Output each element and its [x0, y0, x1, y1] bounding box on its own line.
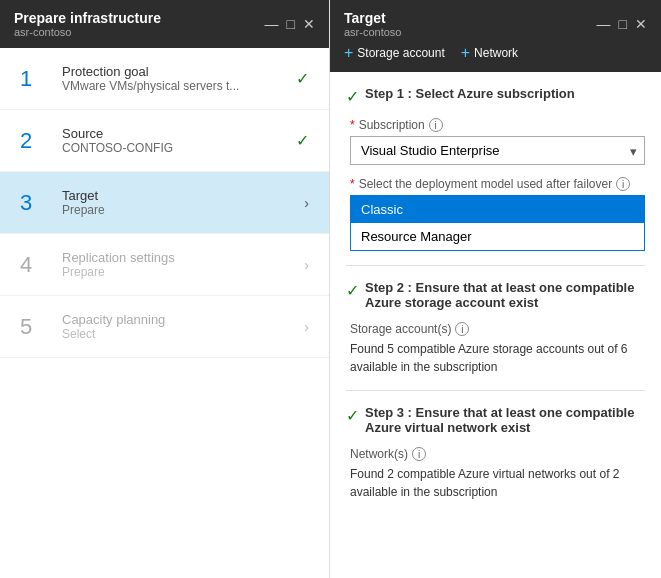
step3-title: Step 3 : Ensure that at least one compat…: [365, 405, 645, 435]
deployment-model-label: * Select the deployment model used after…: [350, 177, 645, 191]
step2-title: Step 2 : Ensure that at least one compat…: [365, 280, 645, 310]
storage-accounts-field: Storage account(s) i Found 5 compatible …: [346, 322, 645, 376]
step-item-3[interactable]: 3 Target Prepare ›: [0, 172, 329, 234]
storage-account-button[interactable]: + Storage account: [344, 44, 445, 62]
step-title-5: Capacity planning: [62, 312, 296, 327]
network-button[interactable]: + Network: [461, 44, 518, 62]
plus-icon-storage: +: [344, 44, 353, 62]
required-star-subscription: *: [350, 118, 355, 132]
step-subtitle-4: Prepare: [62, 265, 296, 279]
network-label-text: Network(s): [350, 447, 408, 461]
right-panel: Target asr-contoso — □ ✕ + Storage accou…: [330, 0, 661, 578]
dropdown-option-resource-manager[interactable]: Resource Manager: [351, 223, 644, 250]
deployment-model-field: * Select the deployment model used after…: [346, 177, 645, 251]
subscription-info-icon: i: [429, 118, 443, 132]
left-maximize-icon[interactable]: □: [287, 16, 295, 32]
storage-accounts-label: Storage account(s) i: [350, 322, 645, 336]
required-star-deployment: *: [350, 177, 355, 191]
step-title-1: Protection goal: [62, 64, 288, 79]
step-item-1[interactable]: 1 Protection goal VMware VMs/physical se…: [0, 48, 329, 110]
step1-title: Step 1 : Select Azure subscription: [365, 86, 575, 101]
network-description: Found 2 compatible Azure virtual network…: [350, 465, 645, 501]
storage-accounts-info-icon: i: [455, 322, 469, 336]
step-info-4: Replication settings Prepare: [62, 250, 296, 279]
step-arrow-5: ›: [304, 319, 309, 335]
right-header-text: Target asr-contoso: [344, 10, 401, 38]
subscription-field: * Subscription i Visual Studio Enterpris…: [346, 118, 645, 165]
right-panel-controls: — □ ✕: [597, 16, 647, 32]
right-content: ✓ Step 1 : Select Azure subscription * S…: [330, 72, 661, 578]
storage-accounts-description: Found 5 compatible Azure storage account…: [350, 340, 645, 376]
left-panel-header: Prepare infrastructure asr-contoso — □ ✕: [0, 0, 329, 48]
divider-1: [346, 265, 645, 266]
left-panel-controls: — □ ✕: [265, 16, 315, 32]
step-subtitle-1: VMware VMs/physical servers t...: [62, 79, 288, 93]
step-arrow-4: ›: [304, 257, 309, 273]
network-info-icon: i: [412, 447, 426, 461]
right-panel-header: Target asr-contoso — □ ✕ + Storage accou…: [330, 0, 661, 72]
step-subtitle-3: Prepare: [62, 203, 296, 217]
network-label-row: Network(s) i: [350, 447, 645, 461]
step-subtitle-2: CONTOSO-CONFIG: [62, 141, 288, 155]
step-number-1: 1: [20, 66, 52, 92]
step2-header: ✓ Step 2 : Ensure that at least one comp…: [346, 280, 645, 310]
steps-list: 1 Protection goal VMware VMs/physical se…: [0, 48, 329, 578]
left-panel-subtitle: asr-contoso: [14, 26, 161, 38]
step-subtitle-5: Select: [62, 327, 296, 341]
left-panel-title: Prepare infrastructure: [14, 10, 161, 26]
step-arrow-3: ›: [304, 195, 309, 211]
right-close-icon[interactable]: ✕: [635, 16, 647, 32]
step-info-1: Protection goal VMware VMs/physical serv…: [62, 64, 288, 93]
step-number-3: 3: [20, 190, 52, 216]
right-header-top: Target asr-contoso — □ ✕: [344, 10, 647, 38]
step-number-4: 4: [20, 252, 52, 278]
right-toolbar: + Storage account + Network: [344, 44, 647, 62]
right-maximize-icon[interactable]: □: [619, 16, 627, 32]
left-minimize-icon[interactable]: —: [265, 16, 279, 32]
step-check-1: ✓: [296, 69, 309, 88]
right-minimize-icon[interactable]: —: [597, 16, 611, 32]
step-number-5: 5: [20, 314, 52, 340]
left-panel-header-text: Prepare infrastructure asr-contoso: [14, 10, 161, 38]
left-panel: Prepare infrastructure asr-contoso — □ ✕…: [0, 0, 330, 578]
network-field: Network(s) i Found 2 compatible Azure vi…: [346, 447, 645, 501]
subscription-select-wrapper: Visual Studio Enterprise: [350, 136, 645, 165]
dropdown-option-classic[interactable]: Classic: [351, 196, 644, 223]
step1-check-icon: ✓: [346, 87, 359, 106]
step1-header: ✓ Step 1 : Select Azure subscription: [346, 86, 645, 106]
step-check-2: ✓: [296, 131, 309, 150]
step-item-5[interactable]: 5 Capacity planning Select ›: [0, 296, 329, 358]
step3-check-icon: ✓: [346, 406, 359, 425]
left-close-icon[interactable]: ✕: [303, 16, 315, 32]
step-title-3: Target: [62, 188, 296, 203]
network-label: Network: [474, 46, 518, 60]
step-info-3: Target Prepare: [62, 188, 296, 217]
step-title-2: Source: [62, 126, 288, 141]
step-item-2[interactable]: 2 Source CONTOSO-CONFIG ✓: [0, 110, 329, 172]
subscription-label-text: Subscription: [359, 118, 425, 132]
step-number-2: 2: [20, 128, 52, 154]
deployment-info-icon: i: [616, 177, 630, 191]
step-info-5: Capacity planning Select: [62, 312, 296, 341]
storage-account-label: Storage account: [357, 46, 444, 60]
deployment-model-label-text: Select the deployment model used after f…: [359, 177, 612, 191]
step-item-4[interactable]: 4 Replication settings Prepare ›: [0, 234, 329, 296]
deployment-dropdown[interactable]: Classic Resource Manager: [350, 195, 645, 251]
step-info-2: Source CONTOSO-CONFIG: [62, 126, 288, 155]
plus-icon-network: +: [461, 44, 470, 62]
divider-2: [346, 390, 645, 391]
step3-header: ✓ Step 3 : Ensure that at least one comp…: [346, 405, 645, 435]
storage-accounts-label-text: Storage account(s): [350, 322, 451, 336]
subscription-select[interactable]: Visual Studio Enterprise: [350, 136, 645, 165]
step2-check-icon: ✓: [346, 281, 359, 300]
right-panel-subtitle: asr-contoso: [344, 26, 401, 38]
subscription-label: * Subscription i: [350, 118, 645, 132]
step-title-4: Replication settings: [62, 250, 296, 265]
right-panel-title: Target: [344, 10, 401, 26]
